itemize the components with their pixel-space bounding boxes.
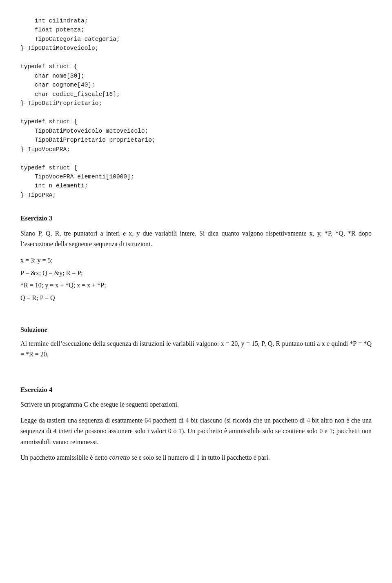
code-section: int cilindrata; float potenza; TipoCateg… <box>20 16 372 200</box>
esercizio4-title: Esercizio 4 <box>20 384 372 395</box>
esercizio3-code: x = 3; y = 5; P = &x; Q = &y; R = P; *R … <box>20 254 372 304</box>
esercizio3-title: Esercizio 3 <box>20 213 372 224</box>
esercizio4-para3: Un pacchetto ammissibile è detto corrett… <box>20 452 372 463</box>
solution-text: Al termine dell’esecuzione della sequenz… <box>20 338 372 360</box>
math-line-1: x = 3; y = 5; <box>20 254 372 267</box>
math-line-3: *R = 10; y = x + *Q; x = x + *P; <box>20 279 372 292</box>
esercizio3-section: Esercizio 3 Siano P, Q, R, tre puntatori… <box>20 213 372 360</box>
para3-after: se e solo se il numero di 1 in tutto il … <box>130 454 270 461</box>
math-line-2: P = &x; Q = &y; R = P; <box>20 267 372 279</box>
solution-label: Soluzione <box>20 325 372 335</box>
esercizio4-para1: Scrivere un programma C che esegue le se… <box>20 399 372 410</box>
esercizio3-intro: Siano P, Q, R, tre puntatori a interi e … <box>20 228 372 250</box>
para3-italic: corretto <box>109 454 130 461</box>
code-block-1: int cilindrata; float potenza; TipoCateg… <box>20 16 372 200</box>
esercizio4-para2: Legge da tastiera una sequenza di esatta… <box>20 415 372 447</box>
para3-before: Un pacchetto ammissibile è detto <box>20 454 109 461</box>
math-line-4: Q = R; P = Q <box>20 292 372 304</box>
esercizio4-section: Esercizio 4 Scrivere un programma C che … <box>20 384 372 463</box>
